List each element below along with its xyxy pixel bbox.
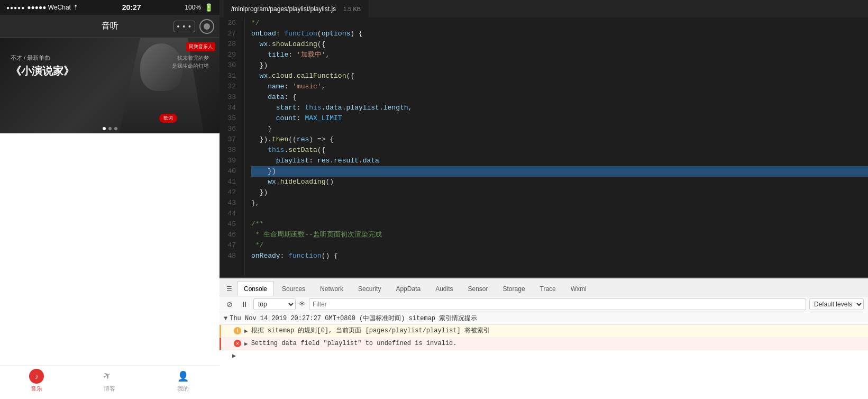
record-icon[interactable] [199,19,214,34]
nav-title: 音听 [102,21,118,32]
tagline-line1: 找未着完的梦 [172,54,209,62]
console-output: ▼ Thu Nov 14 2019 20:27:27 GMT+0800 (中国标… [220,312,868,399]
tab-audits[interactable]: Audits [428,281,460,296]
sidebar-toggle-icon: ☰ [226,285,232,293]
code-line-45: /** [251,219,868,230]
levels-selector[interactable]: Default levels [809,298,864,310]
trace-tab-label: Trace [540,285,556,293]
banner-background [0,38,220,133]
context-selector[interactable]: top [253,298,296,310]
tab-sensor[interactable]: Sensor [461,281,495,296]
clear-console-button[interactable]: ⊘ [224,298,235,310]
mobile-simulator: ●●●●● ●●●●● WeChat ⇡ 20:27 100% 🔋 音听 • •… [0,0,220,399]
tab-mine[interactable]: 我的 [167,369,199,393]
dot-2 [108,127,112,130]
tab-music[interactable]: ♪ 音乐 [21,369,52,393]
bottom-tab-bar: ♪ 音乐 博客 我的 [0,365,220,399]
code-line-31: wx.cloud.callFunction({ [251,71,868,81]
phone-nav-bar: 音听 • • • [0,15,220,38]
phone-banner: 同乘音乐人 不才 / 最新单曲 《小演说家》 找未着完的梦 是我生命的灯塔 歌词 [0,38,220,133]
network-tab-label: Network [320,285,343,293]
eye-icon: 👁 [299,300,306,308]
file-tab-bar: /miniprogram/pages/playlist/playlist.js … [220,0,868,18]
group-header-text: Thu Nov 14 2019 20:27:27 GMT+0800 (中国标准时… [230,314,477,323]
code-line-32: name: 'music', [251,81,868,92]
code-editor: /miniprogram/pages/playlist/playlist.js … [220,0,868,277]
tab-console[interactable]: Console [237,281,274,296]
code-line-38: this.setData({ [251,145,868,156]
code-line-30: }) [251,60,868,71]
expand-arrow-icon: ▶ [232,352,236,360]
banner-button[interactable]: 歌词 [159,114,177,123]
code-line-40: }) [251,166,868,177]
error-expand-arrow[interactable]: ▶ [244,340,248,347]
nav-icons: • • • [173,19,214,34]
sensor-tab-label: Sensor [468,285,488,293]
pause-button[interactable]: ⏸ [239,298,250,310]
console-expand-row[interactable]: ▶ [220,350,868,361]
warning-icon: ! [234,327,241,334]
console-tab-label: Console [244,285,267,293]
dot-3 [114,127,117,130]
code-line-46: * 生命周期函数--监听页面初次渲染完成 [251,230,868,240]
clock: 20:27 [122,3,141,12]
dot-1 [103,127,106,130]
music-tab-label: 音乐 [31,385,42,393]
devtools-panel: ☰ Console Sources Network Security AppDa… [220,277,868,399]
status-left: ●●●●● ●●●●● WeChat ⇡ [6,4,78,11]
status-right: 100% 🔋 [185,3,213,12]
mine-tab-label: 我的 [177,385,189,393]
banner-badge: 同乘音乐人 [186,42,215,51]
carrier-dots: ●●●●● [6,5,25,11]
code-line-29: title: '加载中', [251,50,868,60]
battery-percent: 100% [185,4,201,11]
group-arrow-icon: ▼ [224,315,227,322]
file-tab-name: /miniprogram/pages/playlist/playlist.js [231,5,336,13]
banner-tagline: 找未着完的梦 是我生命的灯塔 [172,54,209,70]
warning-text: 根据 sitemap 的规则[0], 当前页面 [pages/playlist/… [251,327,490,335]
code-line-37: }).then((res) => { [251,134,868,145]
banner-pagination [103,127,117,130]
code-line-39: playlist: res.result.data [251,156,868,166]
code-line-43: }, [251,198,868,208]
file-tab-size: 1.5 KB [343,6,361,12]
person-icon [177,370,189,382]
code-line-47: */ [251,240,868,251]
tab-wxml[interactable]: Wxml [564,281,593,296]
filter-input[interactable] [309,298,806,310]
banner-title: 《小演说家》 [11,64,74,78]
devtools-sidebar-icon[interactable]: ☰ [223,281,236,296]
audits-tab-label: Audits [435,285,453,293]
blog-tab-label: 博客 [104,385,115,393]
code-line-28: wx.showLoading({ [251,39,868,50]
tab-storage[interactable]: Storage [496,281,532,296]
music-icon: ♪ [29,369,44,384]
carrier-name: ●●●●● WeChat [27,4,71,11]
tab-trace[interactable]: Trace [533,281,563,296]
code-line-34: start: this.data.playlist.length, [251,103,868,113]
console-warning-row: ! ▶ 根据 sitemap 的规则[0], 当前页面 [pages/playl… [220,325,868,338]
phone-content-area [0,133,220,365]
error-text: Setting data field "playlist" to undefin… [251,339,457,348]
tab-security[interactable]: Security [351,281,388,296]
tab-appdata[interactable]: AppData [389,281,427,296]
send-icon [103,370,116,383]
mine-tab-icon [176,369,190,384]
warning-expand-arrow[interactable]: ▶ [244,328,248,334]
code-line-42: }) [251,187,868,198]
more-icon[interactable]: • • • [173,21,195,32]
code-line-26: */ [251,18,868,29]
tab-blog[interactable]: 博客 [94,369,125,393]
console-group-header[interactable]: ▼ Thu Nov 14 2019 20:27:27 GMT+0800 (中国标… [220,312,868,325]
code-line-48: onReady: function() { [251,251,868,261]
tab-network[interactable]: Network [313,281,350,296]
code-line-41: wx.hideLoading() [251,177,868,187]
active-file-tab[interactable]: /miniprogram/pages/playlist/playlist.js … [224,0,369,18]
tab-sources[interactable]: Sources [275,281,312,296]
error-icon: ✕ [234,340,241,347]
security-tab-label: Security [358,285,381,293]
storage-tab-label: Storage [503,285,525,293]
appdata-tab-label: AppData [396,285,421,293]
sources-tab-label: Sources [282,285,305,293]
music-tab-icon: ♪ [29,369,44,384]
